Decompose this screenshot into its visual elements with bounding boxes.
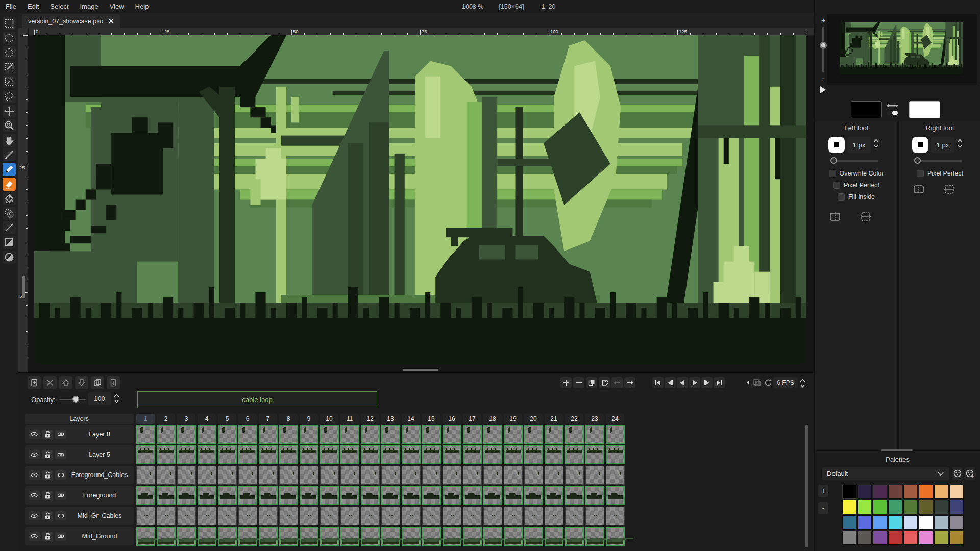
left-brush-size[interactable]: 1 px	[847, 137, 871, 153]
chain-linked-icon[interactable]	[55, 450, 66, 459]
preview-zoom-knob[interactable]	[820, 42, 827, 49]
menu-item-help[interactable]: Help	[130, 0, 155, 13]
palette-color-swatch[interactable]	[903, 500, 918, 514]
lasso-tool[interactable]	[3, 90, 16, 103]
go-last-button[interactable]	[714, 377, 725, 388]
bucket-tool[interactable]	[3, 192, 16, 205]
cel[interactable]	[565, 507, 584, 525]
prev-frame-button[interactable]	[665, 377, 676, 388]
cel[interactable]	[136, 425, 155, 444]
frame-header-20[interactable]: 20	[524, 414, 543, 424]
frame-header-21[interactable]: 21	[545, 414, 563, 424]
cel[interactable]	[259, 466, 278, 485]
cel[interactable]	[463, 486, 482, 505]
cel[interactable]	[545, 486, 564, 505]
palette-dropdown[interactable]: Default	[822, 467, 949, 480]
palette-color-swatch[interactable]	[949, 531, 964, 545]
shading-tool[interactable]	[3, 207, 16, 220]
frame-header-6[interactable]: 6	[238, 414, 257, 424]
cel[interactable]	[483, 527, 502, 546]
cel[interactable]	[279, 486, 298, 505]
palette-color-swatch[interactable]	[919, 500, 933, 514]
palette-color-swatch[interactable]	[842, 531, 856, 545]
move-up-button[interactable]	[59, 376, 72, 389]
cel[interactable]	[198, 425, 216, 444]
cel[interactable]	[524, 466, 543, 485]
checkbox-pixel-perfect[interactable]: Pixel Perfect	[899, 168, 980, 179]
cel[interactable]	[483, 425, 502, 444]
cel[interactable]	[218, 425, 237, 444]
cel[interactable]	[320, 466, 339, 485]
cel[interactable]	[402, 527, 421, 546]
palette-color-swatch[interactable]	[873, 485, 887, 499]
palette-color-swatch[interactable]	[919, 485, 933, 499]
cel[interactable]	[238, 507, 257, 525]
cel[interactable]	[606, 507, 625, 525]
cel[interactable]	[177, 486, 196, 505]
palette-color-swatch[interactable]	[903, 485, 918, 499]
cel[interactable]	[381, 425, 400, 444]
cel[interactable]	[443, 507, 461, 525]
cel[interactable]	[361, 445, 380, 464]
lock-icon[interactable]	[42, 430, 53, 439]
palette-color-swatch[interactable]	[919, 531, 933, 545]
layer-row-layer-8[interactable]: Layer 8	[24, 425, 134, 443]
cel[interactable]	[198, 527, 216, 546]
frame-header-5[interactable]: 5	[218, 414, 236, 424]
palette-color-swatch[interactable]	[949, 500, 964, 514]
swap-colors-icon[interactable]	[886, 102, 899, 119]
loop-playback-button[interactable]	[763, 377, 774, 388]
palette-color-swatch[interactable]	[949, 485, 964, 499]
cel[interactable]	[483, 486, 502, 505]
cel[interactable]	[177, 527, 196, 546]
right-size-stepper[interactable]	[957, 138, 963, 150]
cel[interactable]	[443, 445, 461, 464]
cel[interactable]	[483, 466, 502, 485]
cel[interactable]	[340, 527, 359, 546]
layer-row-layer-5[interactable]: Layer 5	[24, 445, 134, 464]
move-right-button[interactable]	[624, 377, 635, 388]
chain-linked-icon[interactable]	[55, 430, 66, 439]
cel[interactable]	[198, 507, 216, 525]
eye-icon[interactable]	[29, 532, 40, 541]
frame-header-9[interactable]: 9	[300, 414, 318, 424]
cel[interactable]	[279, 527, 298, 546]
palette-color-swatch[interactable]	[934, 500, 948, 514]
menu-item-file[interactable]: File	[0, 0, 22, 13]
cel[interactable]	[565, 445, 584, 464]
cel[interactable]	[463, 466, 482, 485]
cel[interactable]	[545, 527, 564, 546]
preview-play-button[interactable]	[819, 86, 826, 95]
cel[interactable]	[238, 486, 257, 505]
line-tool[interactable]	[3, 221, 16, 234]
cel[interactable]	[361, 527, 380, 546]
remove-color-button[interactable]: -	[818, 502, 828, 514]
cel[interactable]	[279, 425, 298, 444]
cel[interactable]	[238, 445, 257, 464]
cel[interactable]	[545, 445, 564, 464]
cel[interactable]	[177, 445, 196, 464]
move-tool[interactable]	[3, 105, 16, 118]
chain-broken-icon[interactable]	[55, 511, 66, 520]
left-size-slider[interactable]	[831, 160, 878, 162]
cel[interactable]	[340, 486, 359, 505]
cel[interactable]	[218, 486, 237, 505]
cel[interactable]	[218, 445, 237, 464]
rectangle-tool[interactable]	[3, 236, 16, 249]
palette-color-swatch[interactable]	[888, 485, 902, 499]
canvas-horizontal-scrollbar[interactable]	[403, 369, 438, 371]
cel[interactable]	[157, 527, 176, 546]
cel[interactable]	[136, 527, 155, 546]
eraser-tool[interactable]	[3, 178, 16, 191]
frame-header-22[interactable]: 22	[565, 414, 583, 424]
pencil-tool[interactable]	[3, 163, 16, 176]
chain-linked-icon[interactable]	[55, 491, 66, 500]
cel[interactable]	[463, 445, 482, 464]
close-tab-icon[interactable]: ✕	[108, 17, 114, 25]
frame-header-10[interactable]: 10	[320, 414, 338, 424]
cel[interactable]	[545, 425, 564, 444]
cel[interactable]	[565, 527, 584, 546]
cel[interactable]	[463, 425, 482, 444]
add-color-button[interactable]: +	[818, 485, 828, 497]
palette-color-swatch[interactable]	[857, 515, 872, 530]
